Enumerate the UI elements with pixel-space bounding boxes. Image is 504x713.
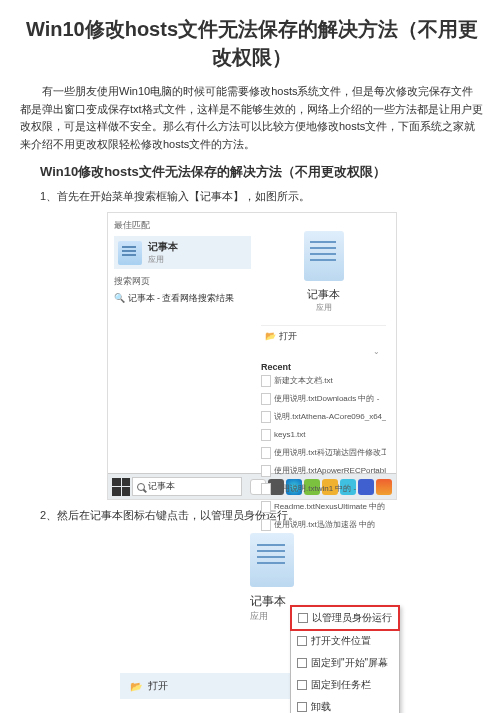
open-action[interactable]: 📂 打开 [261,325,386,347]
app-name: 记事本 [148,240,178,254]
recent-file[interactable]: 新建文本文档.txt [261,372,386,390]
page-title: Win10修改hosts文件无法保存的解决方法（不用更改权限） [20,15,484,71]
file-icon [261,519,271,531]
folder-icon [297,636,307,646]
app-type: 应用 [148,254,178,265]
shield-icon [298,613,308,623]
screenshot-2: 记事本 应用 以管理员身份运行 打开文件位置 固定到"开始"屏幕 固定到任务栏 … [170,533,370,713]
trash-icon [297,702,307,712]
preview-title: 记事本 [261,287,386,302]
open-icon: 📂 [130,681,142,692]
recent-file[interactable]: keys1.txt [261,426,386,444]
notepad-icon[interactable] [250,533,294,587]
recent-file[interactable]: 使用说明.txtDownloads 中的 - [261,390,386,408]
menu-open-location[interactable]: 打开文件位置 [291,630,399,652]
preview-panel: 记事本 应用 📂 打开 ⌄ Recent 新建文本文档.txt 使用说明.txt… [251,213,396,453]
file-icon [261,501,271,513]
chevron-down-icon[interactable]: ⌄ [261,347,386,356]
step-1: 1、首先在开始菜单搜索框输入【记事本】，如图所示。 [40,189,484,204]
intro-text: 有一些朋友使用Win10电脑的时候可能需要修改hosts系统文件，但是每次修改完… [20,83,484,153]
recent-file[interactable]: 说明.txtAthena-ACore096_x64_HZ 中的 - [261,408,386,426]
notepad-large-icon [304,231,344,281]
search-icon [137,483,145,491]
recent-files-list: 新建文本文档.txt 使用说明.txtDownloads 中的 - 说明.txt… [261,372,386,534]
start-button[interactable] [112,478,130,496]
file-icon [261,411,271,423]
taskbar-search[interactable]: 记事本 [132,477,242,496]
menu-pin-taskbar[interactable]: 固定到任务栏 [291,674,399,696]
recent-file[interactable]: 使用说明.txt科迈瑞达固件修改工具 中的 - [261,444,386,462]
recent-file[interactable]: 使用说明.txt迅游加速器 中的 [261,516,386,534]
menu-uninstall[interactable]: 卸载 [291,696,399,713]
file-icon [261,375,271,387]
recent-header: Recent [261,362,386,372]
file-icon [261,429,271,441]
open-action[interactable]: 📂打开 [120,673,300,699]
file-icon [261,465,271,477]
screenshot-1: 最佳匹配 记事本 应用 搜索网页 🔍 记事本 - 查看网络搜索结果 记事本 应用… [107,212,397,500]
pin-icon [297,680,307,690]
preview-sub: 应用 [261,302,386,313]
subtitle: Win10修改hosts文件无法保存的解决方法（不用更改权限） [40,163,484,181]
recent-file[interactable]: 使用说明.txtwin1 中的 - [261,480,386,498]
notepad-icon [118,241,142,265]
pin-icon [297,658,307,668]
recent-file[interactable]: 使用说明.txtApowerRECPortable 中的 - [261,462,386,480]
menu-run-as-admin[interactable]: 以管理员身份运行 [290,605,400,631]
file-icon [261,393,271,405]
file-icon [261,447,271,459]
search-text: 记事本 [148,480,175,493]
menu-pin-start[interactable]: 固定到"开始"屏幕 [291,652,399,674]
recent-file[interactable]: Readme.txtNexusUltimate 中的 - [261,498,386,516]
file-icon [261,483,271,495]
context-menu: 以管理员身份运行 打开文件位置 固定到"开始"屏幕 固定到任务栏 卸载 [290,605,400,713]
